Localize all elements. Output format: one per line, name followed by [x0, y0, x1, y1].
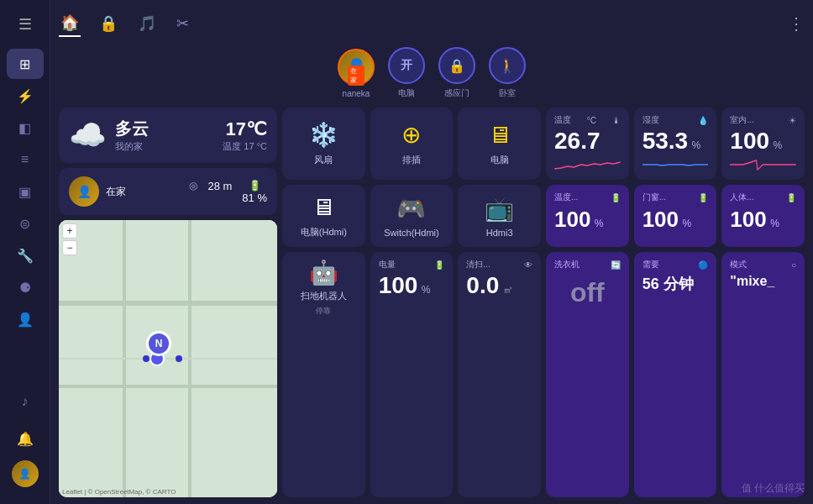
- menu-icon[interactable]: ☰: [0, 8, 50, 40]
- device-switch[interactable]: 🎮 Switch(Hdmi): [370, 185, 454, 247]
- weather-temp-value: 17℃: [223, 118, 267, 140]
- sidebar-item-tool[interactable]: 🔧: [7, 240, 44, 270]
- sensor-temp-value: 26.7: [554, 129, 621, 153]
- tab-music[interactable]: 🎵: [136, 11, 158, 36]
- sidebar-item-dashboard[interactable]: ⊞: [7, 49, 44, 79]
- user-item-nanaka[interactable]: 👤 在家 naneka: [338, 49, 375, 98]
- home-badge: 在家: [348, 66, 365, 86]
- sidebar-item-flash[interactable]: ⚡: [7, 81, 44, 111]
- distance-value: 28 m: [207, 180, 232, 192]
- sidebar-avatar[interactable]: 👤: [12, 460, 39, 487]
- fan-label: 风扇: [314, 154, 333, 166]
- sun-icon: ☀: [789, 116, 796, 125]
- user-icon-person: 🚶: [499, 58, 516, 74]
- device-fan[interactable]: ❄️ 风扇: [282, 108, 365, 180]
- map-zoom-controls: + −: [62, 223, 77, 255]
- humidity-drop-icon: 💧: [698, 116, 708, 125]
- person-status: 在家: [106, 185, 126, 199]
- sidebar-top: ☰: [0, 8, 50, 40]
- device-hdmi3[interactable]: 📺 Hdmi3: [458, 185, 541, 247]
- mode-value: "mixe_: [730, 274, 774, 288]
- user-label-open: 电脑: [398, 87, 415, 99]
- sidebar-item-person[interactable]: 👤: [7, 304, 44, 334]
- top-nav: 🏠 🔒 🎵 ✂ ⋮: [59, 7, 805, 44]
- user-item-lock[interactable]: 🔒 感应门: [438, 47, 475, 99]
- status-person2: 人体... 🔋 100 %: [721, 185, 805, 247]
- computer-label: 电脑: [490, 154, 509, 166]
- device-hdmi1[interactable]: 🖥 电脑(Hdmi): [282, 185, 365, 247]
- temp2-number: 100: [554, 207, 590, 232]
- user-circle-lock[interactable]: 🔒: [438, 47, 475, 84]
- switch-label: Switch(Hdmi): [384, 228, 438, 238]
- vacuum-time-card: 需要 🔵 56 分钟: [634, 252, 717, 497]
- power-header: 电量 🔋: [379, 259, 445, 270]
- area-card: 清扫... 👁 0.0 ㎡: [458, 252, 541, 497]
- weather-card: ☁️ 多云 我的家 17℃ 温度 17 °C: [59, 108, 277, 163]
- map-svg: [59, 220, 277, 497]
- top-nav-tabs: 🏠 🔒 🎵 ✂: [59, 10, 191, 37]
- washing-icon: 🔄: [611, 260, 621, 270]
- sidebar-item-device[interactable]: ▣: [7, 176, 44, 207]
- humidity-number: 53.3: [643, 128, 689, 154]
- mode-header: 模式 ○: [730, 259, 796, 270]
- vacuum-label: 扫地机器人: [301, 290, 347, 302]
- battery-value: 81 %: [242, 192, 267, 204]
- map-zoom-in[interactable]: +: [62, 223, 77, 239]
- right-column: ❄️ 风扇 ⊕ 排插 🖥 电脑 温度 °C 🌡: [282, 108, 805, 497]
- user-circle-open[interactable]: 开: [388, 47, 425, 84]
- sensor-humidity-label: 湿度: [643, 114, 659, 126]
- area-val: 0.0 ㎡: [466, 274, 532, 297]
- device-computer[interactable]: 🖥 电脑: [458, 108, 541, 180]
- tab-settings[interactable]: ✂: [175, 11, 191, 36]
- map-zoom-out[interactable]: −: [62, 240, 77, 255]
- sidebar-item-list[interactable]: ≡: [7, 144, 44, 175]
- power-unit: %: [422, 284, 431, 296]
- sensor-indoor: 室内... ☀ 100 %: [721, 108, 805, 180]
- temp-number: 26.7: [554, 128, 601, 154]
- sidebar-item-stack[interactable]: ⊜: [7, 208, 44, 239]
- status-temp2-label: 温度...: [554, 192, 578, 203]
- device-plug[interactable]: ⊕ 排插: [370, 108, 454, 180]
- svg-point-6: [143, 355, 149, 362]
- area-number: 0.0: [466, 272, 499, 298]
- user-item-open[interactable]: 开 电脑: [388, 47, 425, 99]
- mode-circle-icon: ○: [791, 260, 796, 270]
- main-content: 🏠 🔒 🎵 ✂ ⋮ 👤 在家 naneka 开 电脑 🔒 感应门: [50, 0, 813, 504]
- sensor-indoor-value: 100 %: [730, 129, 796, 153]
- user-item-person[interactable]: 🚶 卧室: [489, 47, 526, 99]
- person-info: 在家: [106, 185, 126, 199]
- status-door-label: 门窗...: [643, 192, 666, 203]
- battery-icon-temp2: 🔋: [611, 193, 621, 202]
- vacuum-time-val: 56 分钟: [643, 274, 709, 294]
- user-icon-open: 开: [401, 58, 412, 73]
- sidebar-item-bell[interactable]: 🔔: [7, 423, 44, 454]
- hdmi1-label: 电脑(Hdmi): [301, 226, 347, 239]
- sensor-temp-header: 温度 °C 🌡: [554, 114, 621, 126]
- area-unit: ㎡: [503, 284, 513, 296]
- door-number: 100: [643, 207, 679, 232]
- indoor-chart: [730, 156, 796, 173]
- tab-home[interactable]: 🏠: [59, 10, 81, 37]
- vacuum-card[interactable]: 🤖 扫地机器人 停靠: [282, 252, 365, 497]
- door-unit: %: [683, 218, 692, 229]
- status-temp2-header: 温度... 🔋: [554, 192, 621, 203]
- status-person2-label: 人体...: [730, 192, 753, 203]
- hdmi3-label: Hdmi3: [486, 228, 513, 238]
- user-avatar-nanaka[interactable]: 👤 在家: [338, 49, 375, 86]
- user-circle-person[interactable]: 🚶: [489, 47, 526, 84]
- person-card: 👤 在家 ◎ 28 m 🔋 81 %: [59, 168, 277, 215]
- sidebar-bottom: ♪ 🔔 👤: [7, 386, 44, 496]
- map-card: + − N Leaflet | © OpenStreetMap, © CARTO: [59, 220, 277, 497]
- more-button[interactable]: ⋮: [788, 13, 805, 34]
- sidebar-item-layers[interactable]: ◧: [7, 113, 44, 143]
- vacuum-sublabel: 停靠: [316, 306, 331, 317]
- tab-lock[interactable]: 🔒: [97, 11, 119, 36]
- humidity-unit: %: [692, 139, 701, 151]
- sidebar-item-music[interactable]: ♪: [7, 386, 44, 417]
- weather-icon: ☁️: [69, 118, 107, 153]
- status-person2-header: 人体... 🔋: [730, 192, 796, 203]
- washing-value: off: [554, 277, 621, 308]
- vacuum-time-dot-icon: 🔵: [698, 260, 708, 270]
- sidebar-item-group[interactable]: ⚈: [7, 272, 44, 302]
- vacuum-time-header: 需要 🔵: [643, 259, 709, 270]
